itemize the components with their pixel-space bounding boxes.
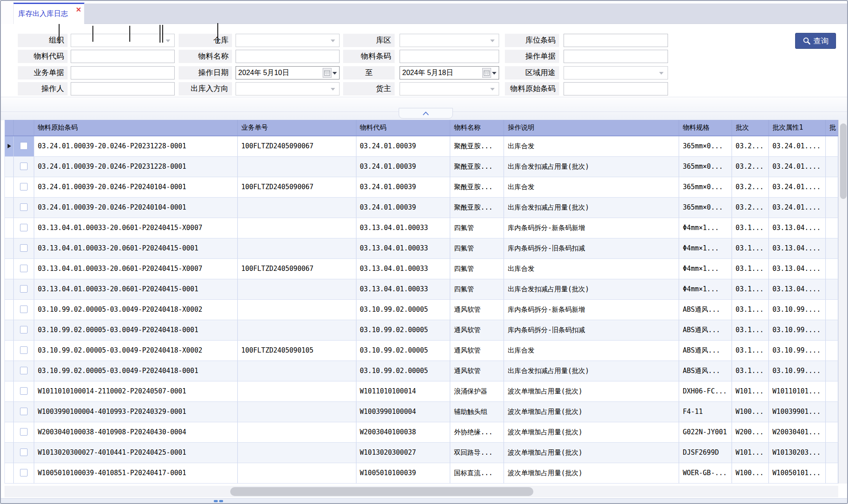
chevron-down-icon[interactable] xyxy=(490,40,495,42)
cell-operation-desc[interactable]: 出库合发扣减占用量(批次) xyxy=(504,279,679,299)
row-checkbox[interactable] xyxy=(20,285,28,293)
cell-material-name[interactable]: 辅助触头组 xyxy=(450,402,504,422)
cell-material-name[interactable]: 通风软管 xyxy=(450,361,504,381)
row-checkbox[interactable] xyxy=(20,306,28,313)
cell-original-barcode[interactable]: W1013020300027-4010441-P20240425-0001 xyxy=(34,443,238,463)
cell-batch[interactable]: 03.1... xyxy=(732,361,769,381)
cell-material-code[interactable]: W1003990100004 xyxy=(356,402,451,422)
cell-batch[interactable]: 03.1... xyxy=(732,341,769,361)
cell-batch[interactable]: W101... xyxy=(732,381,769,401)
cell-batch[interactable]: W101... xyxy=(732,443,769,463)
search-button[interactable]: 查询 xyxy=(795,33,836,49)
row-checkbox[interactable] xyxy=(20,469,28,476)
cell-material-name[interactable]: 四氟管 xyxy=(450,259,504,279)
cell-material-spec[interactable]: Φ4mm×1... xyxy=(679,259,732,279)
cell-batch[interactable]: W100... xyxy=(732,463,769,483)
cell-material-spec[interactable]: Φ4mm×1... xyxy=(679,279,732,299)
cell-batch[interactable]: 03.1... xyxy=(732,218,769,238)
tab-close-icon[interactable]: ✕ xyxy=(76,6,81,14)
column-header-material-name[interactable]: 物料名称 xyxy=(450,120,504,135)
cell-original-barcode[interactable]: 03.24.01.00039-20.0246-P20231228-0001 xyxy=(34,157,238,177)
cell-batch-attr1[interactable]: 03.13.04.... xyxy=(769,259,826,279)
cell-batch[interactable]: 03.1... xyxy=(732,300,769,320)
horizontal-scrollbar-thumb[interactable] xyxy=(230,487,533,496)
row-checkbox[interactable] xyxy=(20,367,28,374)
table-row[interactable]: W1011010100014-2110002-P20240507-0001W10… xyxy=(5,381,838,402)
table-row[interactable]: 03.24.01.00039-20.0246-P20231228-000103.… xyxy=(5,157,838,177)
column-header-batch-attr1[interactable]: 批次属性1 xyxy=(769,120,826,135)
cell-material-spec[interactable]: ABS通风... xyxy=(679,361,732,381)
cell-batch-attr2[interactable] xyxy=(826,136,838,156)
cell-batch-attr1[interactable]: 03.10.99.... xyxy=(769,341,826,361)
row-checkbox[interactable] xyxy=(20,326,28,333)
cell-material-code[interactable]: 03.10.99.02.00005 xyxy=(356,361,451,381)
cell-original-barcode[interactable]: 03.13.04.01.00033-20.0601-P20240415-X000… xyxy=(34,218,238,238)
vertical-scrollbar-thumb[interactable] xyxy=(840,123,847,199)
chevron-down-icon[interactable] xyxy=(492,72,496,75)
cell-batch-attr1[interactable]: W10130203... xyxy=(769,443,826,463)
cell-original-barcode[interactable]: 03.10.99.02.00005-03.0049-P20240418-X000… xyxy=(34,300,238,320)
cell-original-barcode[interactable]: 03.24.01.00039-20.0246-P20240104-0001 xyxy=(34,177,238,197)
filter-warehouse-input[interactable] xyxy=(236,34,340,47)
cell-material-spec[interactable]: Φ4mm×1... xyxy=(679,238,732,258)
table-row[interactable]: 03.10.99.02.00005-03.0049-P20240418-X000… xyxy=(5,300,838,320)
filter-cargo-owner-input[interactable] xyxy=(400,82,499,95)
filter-location-barcode-input[interactable] xyxy=(564,34,668,47)
cell-business-no[interactable] xyxy=(238,402,356,422)
cell-business-no[interactable] xyxy=(238,463,356,483)
calendar-icon[interactable] xyxy=(323,68,332,78)
cell-original-barcode[interactable]: 03.13.04.01.00033-20.0601-P20240415-X000… xyxy=(34,259,238,279)
cell-original-barcode[interactable]: W1003990100004-4010993-P20240329-0001 xyxy=(34,402,238,422)
cell-batch-attr2[interactable] xyxy=(826,198,838,218)
row-checkbox[interactable] xyxy=(20,448,28,456)
cell-material-name[interactable]: 四氟管 xyxy=(450,279,504,299)
cell-batch[interactable]: 03.2... xyxy=(732,177,769,197)
row-checkbox[interactable] xyxy=(20,265,28,272)
chevron-down-icon[interactable] xyxy=(331,40,335,42)
cell-batch[interactable]: 03.1... xyxy=(732,238,769,258)
cell-batch-attr2[interactable] xyxy=(826,320,838,340)
cell-material-name[interactable]: 通风软管 xyxy=(450,341,504,361)
cell-business-no[interactable] xyxy=(238,320,356,340)
table-row[interactable]: 03.10.99.02.00005-03.0049-P20240418-0001… xyxy=(5,320,838,341)
cell-material-name[interactable]: 四氟管 xyxy=(450,218,504,238)
cell-operation-desc[interactable]: 波次单增加占用量(批次) xyxy=(504,381,679,401)
cell-operation-desc[interactable]: 波次单增加占用量(批次) xyxy=(504,443,679,463)
cell-batch-attr2[interactable] xyxy=(826,422,838,442)
bottom-expander-dots[interactable] xyxy=(214,500,218,502)
cell-material-code[interactable]: W1013020300027 xyxy=(356,443,451,463)
cell-batch[interactable]: W200... xyxy=(732,422,769,442)
cell-operation-desc[interactable]: 出库合发扣减占用量(批次) xyxy=(504,157,679,177)
cell-business-no[interactable]: 100FLTZD2405090067 xyxy=(238,136,356,156)
cell-batch-attr2[interactable] xyxy=(826,463,838,483)
horizontal-scrollbar[interactable] xyxy=(4,486,838,497)
cell-material-spec[interactable]: F4-11 xyxy=(679,402,732,422)
filter-original-barcode-input[interactable] xyxy=(564,82,668,95)
table-row[interactable]: 03.24.01.00039-20.0246-P20231228-0001100… xyxy=(5,136,838,157)
chevron-down-icon[interactable] xyxy=(332,72,337,75)
cell-material-spec[interactable]: 365mm×0... xyxy=(679,157,732,177)
cell-batch-attr1[interactable]: W10050101... xyxy=(769,463,826,483)
chevron-down-icon[interactable] xyxy=(166,40,170,42)
tab-inventory-log[interactable]: 库存出入库日志 ✕ xyxy=(13,3,84,24)
cell-material-code[interactable]: W1011010100014 xyxy=(356,381,451,401)
table-row[interactable]: 03.13.04.01.00033-20.0601-P20240415-X000… xyxy=(5,218,838,238)
cell-business-no[interactable] xyxy=(238,218,356,238)
row-checkbox[interactable] xyxy=(20,203,28,211)
cell-material-code[interactable]: 03.24.01.00039 xyxy=(356,198,451,218)
cell-business-no[interactable]: 100FLTZD2405090067 xyxy=(238,177,356,197)
cell-batch-attr2[interactable] xyxy=(826,402,838,422)
cell-material-name[interactable]: 聚酰亚胺... xyxy=(450,198,504,218)
row-checkbox[interactable] xyxy=(20,244,28,252)
filter-storage-area-input[interactable] xyxy=(400,34,499,47)
cell-batch-attr1[interactable]: 03.24.01.... xyxy=(769,136,826,156)
cell-material-code[interactable]: 03.13.04.01.00033 xyxy=(356,238,451,258)
filter-operation-doc-input[interactable] xyxy=(564,50,668,63)
table-row[interactable]: 03.13.04.01.00033-20.0601-P20240415-0001… xyxy=(5,238,838,259)
cell-batch-attr2[interactable] xyxy=(826,218,838,238)
row-checkbox[interactable] xyxy=(20,224,28,231)
cell-business-no[interactable] xyxy=(238,157,356,177)
cell-material-spec[interactable]: DJSF2699D xyxy=(679,443,732,463)
cell-batch-attr1[interactable]: 03.24.01.... xyxy=(769,198,826,218)
cell-batch-attr2[interactable] xyxy=(826,300,838,320)
